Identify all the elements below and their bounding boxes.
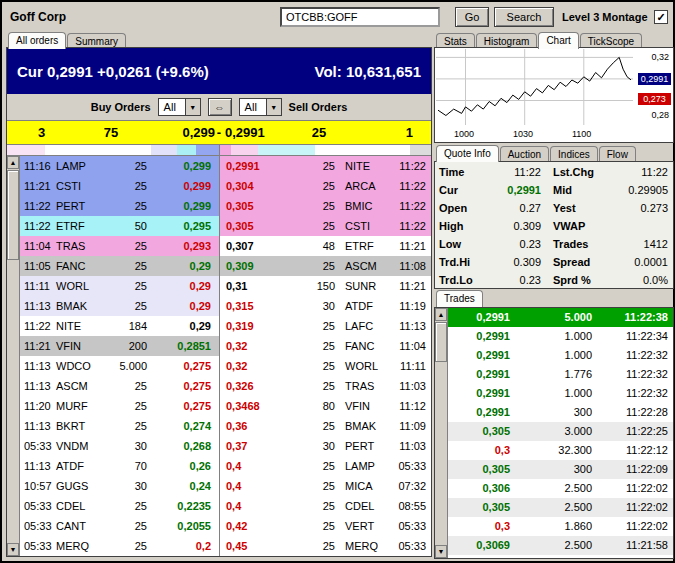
bid-row[interactable]: 11:13WDCO5.0000,275 [20, 356, 219, 376]
ask-row[interactable]: 0,30925ASCM11:08 [220, 256, 431, 276]
trade-row: 0,3053.00011:22:25 [448, 422, 673, 441]
bid-size: 25 [102, 176, 159, 196]
scroll-up-icon[interactable]: ▲ [7, 156, 19, 169]
bid-row[interactable]: 11:21CSTI250,299 [20, 176, 219, 196]
ask-row[interactable]: 0,30525CSTI11:22 [220, 216, 431, 236]
bid-row[interactable]: 11:05FANC250,29 [20, 256, 219, 276]
bid-time: 11:21 [20, 336, 56, 356]
ask-row[interactable]: 0,31150SUNR11:21 [220, 276, 431, 296]
book-scrollbar-thumb[interactable] [7, 170, 19, 260]
inside-quote-bar: 3 75 0,299 - 0,2991 25 1 [7, 121, 431, 144]
ask-row[interactable]: 0,4225VERT05:33 [220, 516, 431, 536]
ask-row[interactable]: 0,31925LAFC11:13 [220, 316, 431, 336]
buy-filter-select[interactable]: All ▼ [158, 98, 201, 116]
ask-time: 11:03 [391, 376, 431, 396]
bid-row[interactable]: 11:13ATDF700,26 [20, 456, 219, 476]
bid-row[interactable]: 05:33VNDM300,268 [20, 436, 219, 456]
trades-scrollbar-thumb[interactable] [435, 322, 447, 362]
ask-time: 07:32 [391, 476, 431, 496]
trade-time: 11:22:38 [592, 308, 673, 327]
bid-row[interactable]: 11:22ETRF500,295 [20, 216, 219, 236]
price-line [438, 57, 631, 115]
bid-row[interactable]: 10:57GUGS300,24 [20, 476, 219, 496]
bid-row[interactable]: 11:04TRAS250,293 [20, 236, 219, 256]
level3-montage-checkbox[interactable]: ✓ [654, 10, 668, 24]
ask-row[interactable]: 0,32625TRAS11:03 [220, 376, 431, 396]
ask-row[interactable]: 0,31530ATDF11:19 [220, 296, 431, 316]
bid-row[interactable]: 11:13ASCM250,275 [20, 376, 219, 396]
tab-quote-info[interactable]: Quote Info [436, 145, 499, 162]
ask-row[interactable]: 0,30425ARCA11:22 [220, 176, 431, 196]
bid-row[interactable]: 11:20MURF250,275 [20, 396, 219, 416]
link-filters-button[interactable]: ⇔ [208, 98, 232, 116]
bid-price: 0,275 [159, 356, 219, 376]
bid-price: 0,26 [159, 456, 219, 476]
bid-row[interactable]: 11:22NITE1840,29 [20, 316, 219, 336]
chevron-down-icon[interactable]: ▼ [266, 99, 281, 115]
search-button[interactable]: Search [494, 7, 554, 27]
ask-row[interactable]: 0,425CDEL08:55 [220, 496, 431, 516]
bid-size: 30 [102, 476, 159, 496]
ask-row[interactable]: 0,4525MERQ05:33 [220, 536, 431, 556]
bid-price: 0,275 [159, 376, 219, 396]
ask-depth-bar [219, 145, 431, 155]
sell-orders-label: Sell Orders [289, 101, 348, 113]
ask-row[interactable]: 0,3625BMAK11:09 [220, 416, 431, 436]
ask-row[interactable]: 0,425MICA07:32 [220, 476, 431, 496]
ask-size: 25 [278, 256, 345, 276]
scroll-up-icon[interactable]: ▲ [435, 308, 447, 321]
ask-row[interactable]: 0,30748ETRF11:21 [220, 236, 431, 256]
trade-row: 0,31.86011:22:02 [448, 517, 673, 536]
ask-price: 0,305 [220, 216, 278, 236]
bid-row[interactable]: 11:13BKRT250,274 [20, 416, 219, 436]
tab-chart[interactable]: Chart [538, 32, 578, 49]
trade-rows: 0,29915.00011:22:380,29911.00011:22:340,… [448, 308, 673, 558]
depth-segment [7, 145, 45, 155]
ask-side: 0,299125NITE11:220,30425ARCA11:220,30525… [219, 156, 431, 556]
quote-value: 0.273 [601, 199, 673, 217]
tab-indices[interactable]: Indices [550, 146, 598, 162]
go-button[interactable]: Go [455, 7, 489, 27]
tab-trades[interactable]: Trades [436, 290, 483, 307]
ask-row[interactable]: 0,3225FANC11:04 [220, 336, 431, 356]
ask-price: 0,2991 [220, 156, 278, 176]
bid-row[interactable]: 11:21VFIN2000,2851 [20, 336, 219, 356]
tab-auction[interactable]: Auction [500, 146, 549, 162]
chevron-down-icon[interactable]: ▼ [185, 99, 200, 115]
bid-row[interactable]: 05:33CANT250,2055 [20, 516, 219, 536]
bid-row[interactable]: 11:22PERT250,299 [20, 196, 219, 216]
ask-row[interactable]: 0,346880VFIN11:12 [220, 396, 431, 416]
tab-all-orders[interactable]: All orders [8, 32, 66, 49]
bid-row[interactable]: 11:13BMAK250,29 [20, 296, 219, 316]
trades-scrollbar[interactable]: ▲ ▼ [435, 308, 448, 558]
ask-price: 0,45 [220, 536, 278, 556]
book-scrollbar[interactable]: ▲ ▼ [7, 156, 20, 556]
ask-row[interactable]: 0,3225WORL11:11 [220, 356, 431, 376]
best-bid-price: 0,299 [146, 125, 215, 140]
ask-row[interactable]: 0,30525BMIC11:22 [220, 196, 431, 216]
scroll-down-icon[interactable]: ▼ [7, 543, 19, 556]
bid-price: 0,293 [159, 236, 219, 256]
ask-row[interactable]: 0,299125NITE11:22 [220, 156, 431, 176]
bid-size: 50 [102, 216, 159, 236]
bid-price: 0,2235 [159, 496, 219, 516]
bid-size: 25 [102, 396, 159, 416]
trade-time: 11:22:02 [592, 498, 673, 517]
bid-mpid: VNDM [56, 436, 102, 456]
tab-flow[interactable]: Flow [599, 146, 636, 162]
order-filter-bar: Buy Orders All ▼ ⇔ All ▼ Sell Orders [7, 94, 431, 121]
ask-price: 0,36 [220, 416, 278, 436]
sell-filter-select[interactable]: All ▼ [239, 98, 282, 116]
quote-label: Trd.Lo [435, 271, 479, 289]
bid-row[interactable]: 05:33MERQ250,2 [20, 536, 219, 556]
trade-time: 11:22:25 [592, 422, 673, 441]
bid-row[interactable]: 11:16LAMP250,299 [20, 156, 219, 176]
symbol-input[interactable] [280, 7, 440, 27]
ask-row[interactable]: 0,425LAMP05:33 [220, 456, 431, 476]
x-tick-label: 1030 [513, 129, 533, 139]
scroll-down-icon[interactable]: ▼ [435, 545, 447, 558]
bid-row[interactable]: 11:11WORL250,29 [20, 276, 219, 296]
ask-row[interactable]: 0,3730PERT11:03 [220, 436, 431, 456]
bid-row[interactable]: 05:33CDEL250,2235 [20, 496, 219, 516]
ask-mpid: FANC [345, 336, 391, 356]
